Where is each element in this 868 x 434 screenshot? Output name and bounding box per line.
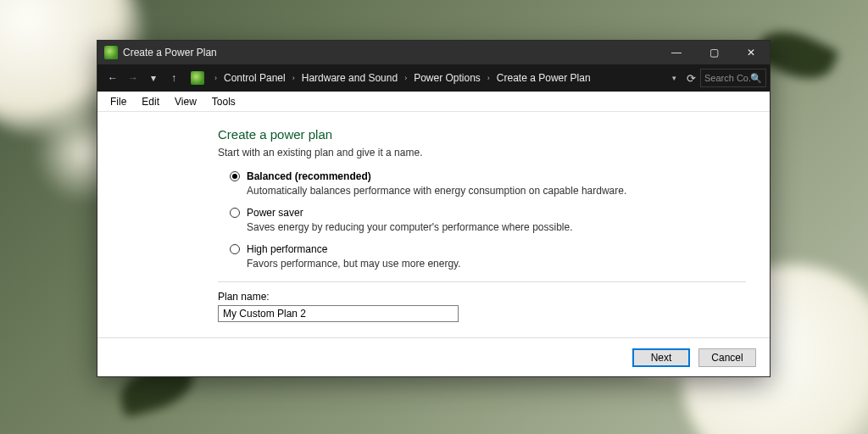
breadcrumb-item[interactable]: Power Options xyxy=(412,72,482,84)
chevron-right-icon[interactable]: › xyxy=(399,74,412,82)
footer: Next Cancel xyxy=(97,337,770,376)
nav-back-button[interactable]: ← xyxy=(103,68,123,88)
search-placeholder: Search Co... xyxy=(704,73,750,83)
breadcrumb-item[interactable]: Create a Power Plan xyxy=(495,72,593,84)
close-button[interactable]: ✕ xyxy=(732,41,770,64)
main-pane: Create a power plan Start with an existi… xyxy=(218,112,770,337)
plan-name-label: Plan name: xyxy=(218,291,746,303)
nav-recent-dropdown[interactable]: ▾ xyxy=(143,68,164,88)
menubar: File Edit View Tools xyxy=(97,92,770,112)
next-button[interactable]: Next xyxy=(632,348,690,367)
cancel-button[interactable]: Cancel xyxy=(698,348,756,367)
maximize-button[interactable]: ▢ xyxy=(695,41,732,64)
plan-option-desc: Automatically balances performance with … xyxy=(247,185,746,197)
plan-option-label[interactable]: Power saver xyxy=(247,207,303,219)
window-title: Create a Power Plan xyxy=(123,47,217,58)
breadcrumb-item[interactable]: Hardware and Sound xyxy=(300,72,399,84)
radio-high-performance[interactable] xyxy=(230,244,240,254)
content: Create a power plan Start with an existi… xyxy=(97,112,770,337)
breadcrumb-item[interactable]: Control Panel xyxy=(222,72,287,84)
plan-option-label[interactable]: Balanced (recommended) xyxy=(247,170,371,182)
plan-option-desc: Saves energy by reducing your computer's… xyxy=(247,221,746,233)
power-options-icon xyxy=(104,46,118,59)
plan-option-desc: Favors performance, but may use more ene… xyxy=(247,258,746,270)
plan-option-power-saver: Power saver Saves energy by reducing you… xyxy=(230,207,746,233)
menu-tools[interactable]: Tools xyxy=(204,93,243,110)
divider xyxy=(218,281,746,282)
page-title: Create a power plan xyxy=(218,127,746,142)
page-subtitle: Start with an existing plan and give it … xyxy=(218,147,746,159)
plan-name-input[interactable] xyxy=(218,305,459,322)
address-dropdown[interactable]: ▾ xyxy=(666,74,682,82)
minimize-button[interactable]: — xyxy=(658,41,695,64)
titlebar[interactable]: Create a Power Plan — ▢ ✕ xyxy=(97,41,770,64)
chevron-right-icon[interactable]: › xyxy=(482,74,495,82)
plan-option-high-performance: High performance Favors performance, but… xyxy=(230,243,746,270)
search-input[interactable]: Search Co... 🔍 xyxy=(700,69,766,87)
radio-balanced[interactable] xyxy=(230,171,240,181)
plan-option-balanced: Balanced (recommended) Automatically bal… xyxy=(230,170,746,197)
chevron-right-icon[interactable]: › xyxy=(287,74,300,82)
address-breadcrumb[interactable]: › Control Panel › Hardware and Sound › P… xyxy=(189,69,663,87)
chevron-right-icon[interactable]: › xyxy=(209,74,222,82)
left-gutter xyxy=(97,112,218,337)
menu-file[interactable]: File xyxy=(103,93,134,110)
power-options-icon xyxy=(191,71,204,85)
window-create-power-plan: Create a Power Plan — ▢ ✕ ← → ▾ ↑ › Cont… xyxy=(97,40,771,377)
menu-edit[interactable]: Edit xyxy=(134,93,167,110)
nav-forward-button[interactable]: → xyxy=(123,68,143,88)
nav-up-button[interactable]: ↑ xyxy=(164,68,184,88)
plan-option-label[interactable]: High performance xyxy=(247,243,327,255)
navbar: ← → ▾ ↑ › Control Panel › Hardware and S… xyxy=(97,64,770,92)
radio-power-saver[interactable] xyxy=(230,208,240,218)
refresh-button[interactable]: ⟳ xyxy=(682,72,700,85)
menu-view[interactable]: View xyxy=(167,93,204,110)
search-icon: 🔍 xyxy=(750,73,762,84)
